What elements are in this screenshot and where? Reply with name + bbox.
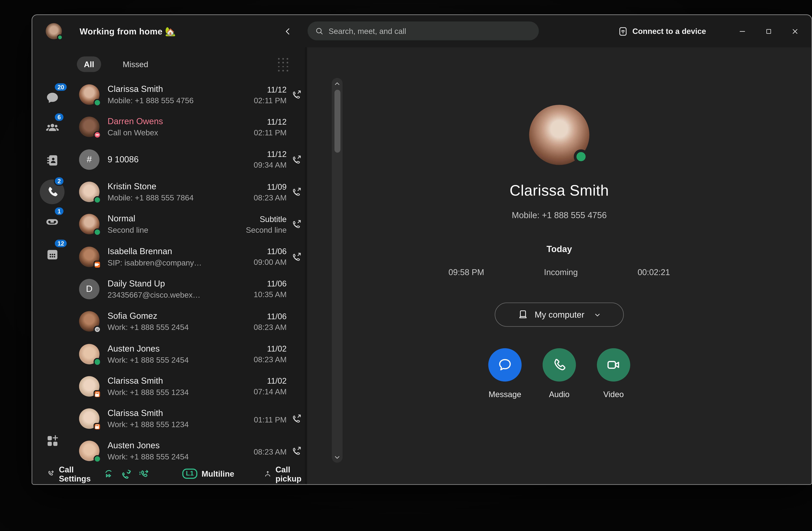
maximize-button[interactable] <box>764 26 773 36</box>
search-input[interactable]: Search, meet, and call <box>308 21 539 40</box>
scrollbar-thumb[interactable] <box>334 90 340 152</box>
outgoing-call-icon[interactable] <box>290 90 302 100</box>
contact-row-avatar: D <box>79 279 100 299</box>
call-row-time: 09:34 AM <box>254 161 287 169</box>
search-placeholder: Search, meet, and call <box>329 27 406 35</box>
contact-row-avatar <box>79 117 100 137</box>
call-row-date: 11/12 <box>254 149 287 159</box>
call-row[interactable]: Austen Jones Work: +1 888 555 2454 08:23… <box>72 435 305 463</box>
sidebar-item-teams[interactable]: 6 <box>39 115 65 141</box>
status-badge <box>93 390 101 398</box>
call-forward-button[interactable] <box>104 468 115 480</box>
people-icon <box>44 120 60 136</box>
call-row[interactable]: Kristin Stone Mobile: +1 888 555 7864 11… <box>72 176 305 208</box>
sidebar-item-contacts[interactable] <box>39 147 65 173</box>
chevron-down-icon <box>594 311 601 319</box>
call-row[interactable]: Normal Second line Subtitle Second line <box>72 208 305 240</box>
calendar-icon <box>45 247 59 262</box>
sidebar-item-messaging[interactable]: 20 <box>39 85 65 111</box>
call-row[interactable]: Sofia Gomez Work: +1 888 555 2454 11/06 … <box>72 305 305 338</box>
call-settings-icon <box>47 469 55 479</box>
call-row[interactable]: D Daily Stand Up 23435667@cisco.webex… 1… <box>72 273 305 305</box>
call-row-subtitle: Second line <box>107 226 242 235</box>
call-row-name: Clarissa Smith <box>107 84 249 94</box>
user-avatar[interactable] <box>46 23 62 39</box>
close-icon <box>791 27 799 35</box>
outgoing-call-icon[interactable] <box>290 252 302 262</box>
connect-to-device-button[interactable]: Connect to a device <box>618 26 706 36</box>
call-row-subtitle: 23435667@cisco.webex… <box>107 291 249 299</box>
call-pickup-button[interactable]: Call pickup <box>264 464 305 483</box>
call-pickup-label: Call pickup <box>275 464 305 483</box>
call-row[interactable]: Austen Jones Work: +1 888 555 2454 11/02… <box>72 338 305 370</box>
minimize-icon <box>738 27 746 35</box>
audio-call-button[interactable] <box>542 348 576 382</box>
call-settings-button[interactable]: Call Settings <box>47 464 93 483</box>
search-icon <box>315 27 324 35</box>
contact-actions: Message Audio Video <box>488 348 630 399</box>
chat-icon <box>45 91 59 105</box>
call-row-subtitle: Mobile: +1 888 555 7864 <box>107 193 249 202</box>
sidebar-item-meetings[interactable]: 12 <box>39 241 65 267</box>
outgoing-call-icon[interactable] <box>290 219 302 229</box>
outgoing-call-icon[interactable] <box>290 154 302 164</box>
video-call-icon <box>606 357 622 373</box>
maximize-icon <box>765 28 772 35</box>
sidebar-item-calling[interactable]: 2 <box>39 179 65 205</box>
call-row-name: Normal <box>107 214 242 224</box>
contact-avatar <box>529 105 589 165</box>
filter-missed[interactable]: Missed <box>116 57 155 72</box>
contact-row-avatar <box>79 214 100 235</box>
call-row-date: 11/06 <box>254 247 287 256</box>
scrollbar[interactable] <box>332 78 343 463</box>
contact-name: Clarissa Smith <box>510 182 609 200</box>
call-row-date: 11/12 <box>254 117 287 126</box>
multiline-line-badge: L1 <box>183 469 197 479</box>
contact-row-avatar <box>79 376 100 397</box>
outgoing-call-icon[interactable] <box>290 414 302 424</box>
connect-label: Connect to a device <box>633 27 706 35</box>
message-button[interactable] <box>488 348 522 382</box>
minimize-button[interactable] <box>737 26 747 36</box>
audio-call-icon <box>551 357 567 373</box>
video-call-button[interactable] <box>597 348 630 382</box>
call-park-icon <box>139 468 150 480</box>
multiline-button[interactable]: L1 Multiline <box>183 469 234 479</box>
contact-row-avatar: # <box>79 149 100 170</box>
call-return-button[interactable] <box>121 468 132 480</box>
close-button[interactable] <box>790 26 800 36</box>
outgoing-call-icon[interactable] <box>290 446 302 456</box>
call-row[interactable]: Darren Owens Call on Webex 11/12 02:11 P… <box>72 111 305 143</box>
calling-badge: 2 <box>54 176 64 186</box>
call-row[interactable]: Clarissa Smith Work: +1 888 555 1234 01:… <box>72 402 305 435</box>
call-row-date: 11/06 <box>254 312 287 321</box>
outgoing-call-icon[interactable] <box>290 187 302 197</box>
back-button[interactable] <box>281 25 294 38</box>
status-badge <box>93 228 101 236</box>
user-status-title[interactable]: Working from home 🏡 <box>79 26 176 36</box>
call-row[interactable]: Clarissa Smith Mobile: +1 888 555 4756 1… <box>72 78 305 111</box>
call-pickup-icon <box>264 468 271 479</box>
chevron-left-icon <box>283 27 292 36</box>
drag-handle-icon[interactable] <box>278 58 289 72</box>
call-row-name: Austen Jones <box>107 344 249 353</box>
call-row[interactable]: Isabella Brennan SIP: isabbren@company… … <box>72 240 305 273</box>
contact-detail-panel: Clarissa Smith Mobile: +1 888 555 4756 T… <box>305 47 811 484</box>
call-row[interactable]: # 9 10086 11/12 09:34 AM <box>72 143 305 176</box>
call-row-name: Clarissa Smith <box>107 376 249 386</box>
scroll-up-icon[interactable] <box>332 81 343 87</box>
status-badge <box>93 99 101 106</box>
call-row-name: Darren Owens <box>107 117 249 127</box>
call-record-duration: 00:02:21 <box>638 268 670 277</box>
meetings-badge: 12 <box>54 239 68 248</box>
call-row-subtitle: Call on Webex <box>107 129 249 137</box>
sidebar-item-voicemail[interactable]: 1 <box>39 209 65 235</box>
sidebar-item-apps[interactable] <box>39 428 65 454</box>
call-park-button[interactable] <box>139 468 150 480</box>
device-selector[interactable]: My computer <box>495 303 624 327</box>
call-row-date: 11/02 <box>254 377 287 385</box>
call-row-date: 11/12 <box>254 85 287 94</box>
filter-all[interactable]: All <box>77 57 101 72</box>
scroll-down-icon[interactable] <box>332 454 343 460</box>
call-row[interactable]: Clarissa Smith Work: +1 888 555 1234 11/… <box>72 370 305 402</box>
